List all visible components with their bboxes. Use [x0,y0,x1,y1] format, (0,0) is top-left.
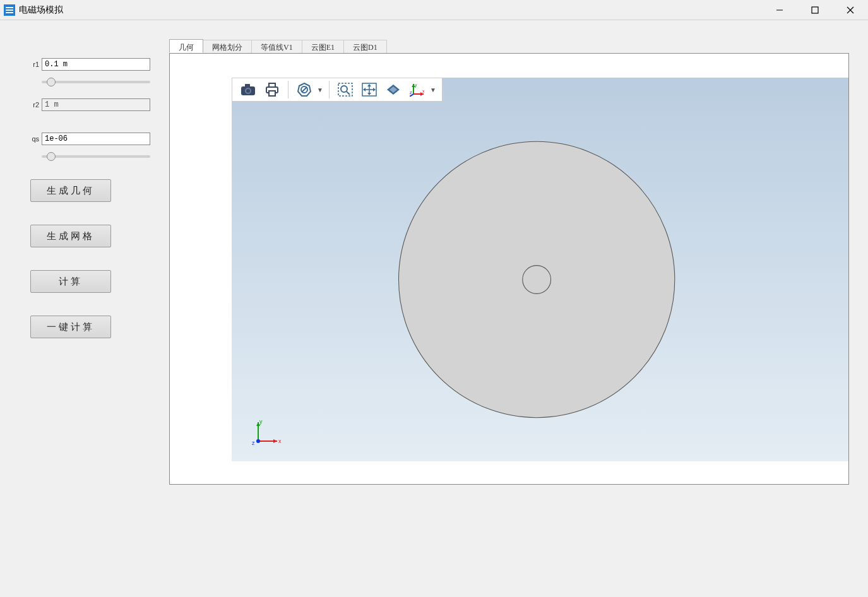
sidebar: r1 r2 qs 生成几何 生成网格 计算 一键计算 [0,20,169,597]
input-qs[interactable] [42,133,150,145]
tab-mesh[interactable]: 网格划分 [203,40,252,54]
zoom-box-icon[interactable] [335,80,356,99]
axis-y-label: y [259,418,263,425]
param-r2: r2 [25,98,150,111]
svg-rect-1 [6,9,13,11]
svg-marker-31 [373,88,376,92]
svg-rect-17 [269,83,275,87]
content: r1 r2 qs 生成几何 生成网格 计算 一键计算 几何 网格划分 等值线V1… [0,20,868,597]
label-r1: r1 [25,61,39,68]
svg-line-24 [347,92,350,95]
input-r1[interactable] [42,58,150,71]
pan-icon[interactable] [359,80,380,99]
tab-contour-v1[interactable]: 等值线V1 [252,40,302,54]
window-controls [762,0,868,20]
no-symbol-dropdown[interactable]: ▼ [316,80,324,99]
axes-icon[interactable]: x y z [407,80,428,99]
param-r1: r1 [25,58,150,71]
app-icon [4,4,15,16]
minimize-button[interactable] [762,0,797,20]
axis-z-label: z [252,440,255,446]
svg-text:y: y [415,83,417,88]
svg-line-21 [302,87,307,92]
svg-text:x: x [422,89,425,93]
axes-dropdown[interactable]: ▼ [429,80,437,99]
generate-geometry-button[interactable]: 生成几何 [30,179,111,202]
slider-qs-wrap [42,148,150,158]
input-r2 [42,98,150,111]
maximize-button[interactable] [797,0,833,20]
axis-gizmo: x y z [251,417,282,449]
param-qs: qs [25,133,150,145]
label-r2: r2 [25,101,39,109]
compute-button[interactable]: 计算 [30,270,111,293]
window-title: 电磁场模拟 [19,4,63,16]
svg-point-11 [256,439,260,443]
viewport-toolbar: ▼ x y z [232,78,443,102]
slider-r1[interactable] [42,81,150,83]
viewport-3d[interactable]: x y z [232,78,848,461]
svg-marker-8 [273,439,277,443]
svg-marker-28 [367,84,371,86]
camera-icon[interactable] [237,80,259,99]
svg-text:z: z [410,90,412,95]
svg-rect-13 [245,84,250,87]
svg-point-15 [246,89,250,93]
svg-marker-30 [363,88,366,92]
fit-icon[interactable] [383,80,404,99]
no-symbol-icon[interactable] [294,80,315,99]
titlebar: 电磁场模拟 [0,0,868,20]
toolbar-sep-2 [329,81,330,98]
slider-r1-wrap [42,73,150,83]
svg-point-23 [341,86,347,92]
svg-marker-29 [367,93,371,95]
svg-rect-0 [6,7,13,8]
label-qs: qs [25,135,39,143]
geometry-canvas [232,78,848,461]
close-button[interactable] [833,0,868,20]
svg-rect-4 [812,7,818,13]
tab-panel: x y z [169,53,849,485]
tabs: 几何 网格划分 等值线V1 云图E1 云图D1 [169,39,849,53]
svg-rect-18 [269,91,275,96]
axis-x-label: x [278,438,282,444]
tab-cloud-e1[interactable]: 云图E1 [302,40,344,54]
toolbar-sep-1 [288,81,288,98]
generate-mesh-button[interactable]: 生成网格 [30,225,111,247]
tab-cloud-d1[interactable]: 云图D1 [344,40,387,54]
compute-all-button[interactable]: 一键计算 [30,316,111,338]
inner-circle [523,266,551,294]
slider-qs[interactable] [42,155,150,158]
tab-geom[interactable]: 几何 [169,39,203,53]
svg-rect-2 [6,12,13,13]
main-pane: 几何 网格划分 等值线V1 云图E1 云图D1 x [169,20,868,597]
print-icon[interactable] [261,80,283,99]
